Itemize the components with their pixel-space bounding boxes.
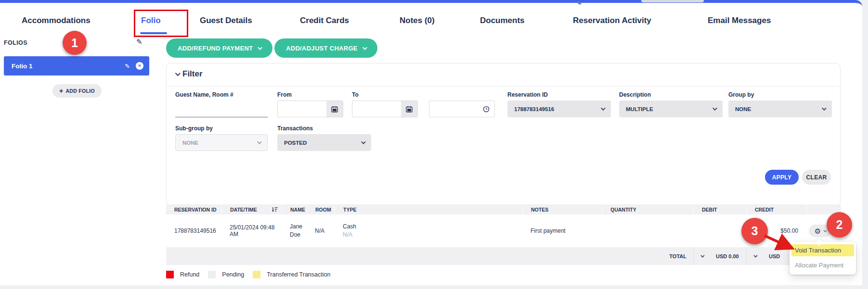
description-value: MULTIPLE: [626, 106, 653, 112]
col-room[interactable]: ROOM: [307, 204, 335, 214]
transactions-label: Transactions: [277, 125, 313, 132]
table-row[interactable]: 1788783149516 25/01/2024 09:48 AM Jane D…: [166, 214, 841, 247]
transactions-value: POSTED: [284, 140, 307, 146]
chevron-down-icon[interactable]: [700, 253, 704, 257]
cell-room: N/A: [307, 214, 335, 247]
col-notes[interactable]: NOTES: [522, 204, 602, 214]
refund-swatch: [166, 271, 174, 278]
top-edge-element: [641, 0, 704, 2]
sort-icon[interactable]: [272, 207, 278, 213]
from-date-input[interactable]: [277, 101, 343, 117]
edit-folios-icon[interactable]: ✎: [136, 38, 143, 46]
chevron-down-icon: [175, 71, 181, 76]
tab-reservation-activity[interactable]: Reservation Activity: [573, 16, 651, 26]
chevron-down-icon[interactable]: [753, 253, 757, 257]
plus-icon: +: [59, 87, 63, 95]
folio-name: Folio 1: [12, 63, 125, 70]
menu-item-void-transaction[interactable]: Void Transaction: [791, 244, 854, 256]
guest-last-name: Doe: [290, 231, 300, 239]
add-folio-button[interactable]: + ADD FOLIO: [52, 84, 102, 98]
cell-name: Jane Doe: [282, 214, 307, 247]
tab-credit-cards[interactable]: Credit Cards: [300, 16, 349, 26]
cell-notes: First payment: [522, 214, 602, 247]
pending-label: Pending: [222, 271, 244, 278]
clear-button[interactable]: CLEAR: [802, 170, 831, 185]
table-header-row: RESERVATION ID DATE/TIME NAME ROOM TYPE …: [166, 204, 841, 214]
annotation-arrow: [760, 228, 798, 252]
divider: [167, 86, 840, 87]
row-actions-menu: Void Transaction Allocate Payment: [790, 242, 856, 275]
transactions-select[interactable]: POSTED: [277, 134, 371, 151]
col-type[interactable]: TYPE: [335, 204, 522, 214]
gear-icon: ⚙: [815, 227, 821, 235]
chevron-down-icon: [258, 45, 262, 50]
tab-email-messages[interactable]: Email Messages: [708, 16, 771, 26]
cell-debit: [693, 214, 746, 247]
sub-group-by-select[interactable]: NONE: [175, 134, 268, 151]
total-label: TOTAL: [602, 247, 693, 265]
time-input[interactable]: [429, 101, 495, 117]
filter-title: Filter: [182, 69, 203, 79]
chevron-down-icon: [713, 106, 717, 111]
chevron-down-icon: [257, 139, 262, 144]
col-credit[interactable]: CREDIT: [746, 204, 806, 214]
to-date-input[interactable]: [352, 101, 418, 117]
menu-item-allocate-payment[interactable]: Allocate Payment: [791, 259, 854, 271]
add-refund-payment-button[interactable]: ADD/REFUND PAYMENT: [166, 38, 272, 58]
col-debit[interactable]: DEBIT: [693, 204, 746, 214]
group-by-select[interactable]: NONE: [728, 101, 832, 117]
pending-swatch: [208, 271, 216, 278]
tab-guest-details[interactable]: Guest Details: [200, 16, 252, 26]
cell-datetime: 25/01/2024 09:48 AM: [221, 214, 282, 247]
reservation-id-select[interactable]: 1788783149516: [507, 101, 611, 117]
sub-group-by-value: NONE: [182, 140, 198, 146]
from-label: From: [277, 91, 292, 98]
description-label: Description: [619, 91, 651, 98]
filter-collapse-toggle[interactable]: Filter: [175, 69, 203, 79]
add-adjust-charge-label: ADD/ADJUST CHARGE: [286, 45, 358, 52]
cell-reservation-id: 1788783149516: [166, 214, 221, 247]
apply-button[interactable]: APPLY: [765, 170, 799, 185]
description-select[interactable]: MULTIPLE: [619, 101, 723, 117]
chevron-down-icon: [361, 139, 366, 144]
folio-list-item[interactable]: Folio 1 ✎ ×: [4, 56, 149, 75]
group-by-value: NONE: [735, 106, 751, 112]
annotation-step-1: 1: [63, 31, 87, 55]
annotation-box-folio-tab: [134, 10, 188, 37]
payment-subtype: N/A: [343, 231, 352, 239]
calendar-icon[interactable]: [401, 101, 417, 117]
calendar-icon[interactable]: [326, 101, 343, 117]
refund-label: Refund: [180, 271, 199, 278]
col-datetime-label: DATE/TIME: [230, 207, 257, 213]
filter-panel: Filter Guest Name, Room # From To Reserv…: [166, 63, 841, 206]
cursor-icon: [576, 0, 583, 4]
guest-name-label: Guest Name, Room #: [175, 91, 233, 98]
cell-type: Cash N/A: [335, 214, 522, 247]
chevron-down-icon: [601, 106, 606, 111]
add-refund-payment-label: ADD/REFUND PAYMENT: [178, 45, 253, 52]
group-by-label: Group by: [728, 91, 754, 98]
cell-quantity: [602, 214, 693, 247]
total-credit-value: USD: [769, 253, 780, 259]
tab-accommodations[interactable]: Accommodations: [22, 16, 91, 26]
guest-first-name: Jane: [290, 223, 302, 231]
reservation-id-label: Reservation ID: [507, 91, 548, 98]
col-name[interactable]: NAME: [282, 204, 307, 214]
chevron-down-icon: [822, 106, 827, 111]
add-folio-label: ADD FOLIO: [65, 88, 94, 94]
clock-icon[interactable]: [478, 101, 494, 117]
tab-notes[interactable]: Notes (0): [400, 16, 435, 26]
sub-group-by-label: Sub-group by: [175, 125, 213, 132]
annotation-step-2: 2: [827, 212, 852, 238]
guest-name-input[interactable]: [175, 117, 268, 117]
chevron-down-icon: [824, 228, 827, 232]
delete-folio-icon[interactable]: ×: [136, 62, 143, 70]
col-datetime[interactable]: DATE/TIME: [221, 204, 282, 214]
to-label: To: [352, 91, 359, 98]
add-adjust-charge-button[interactable]: ADD/ADJUST CHARGE: [274, 38, 377, 58]
edit-folio-icon[interactable]: ✎: [125, 63, 130, 70]
col-reservation-id[interactable]: RESERVATION ID: [166, 204, 221, 214]
tab-documents[interactable]: Documents: [480, 16, 525, 26]
transferred-swatch: [253, 271, 260, 278]
col-quantity[interactable]: QUANTITY: [602, 204, 693, 214]
